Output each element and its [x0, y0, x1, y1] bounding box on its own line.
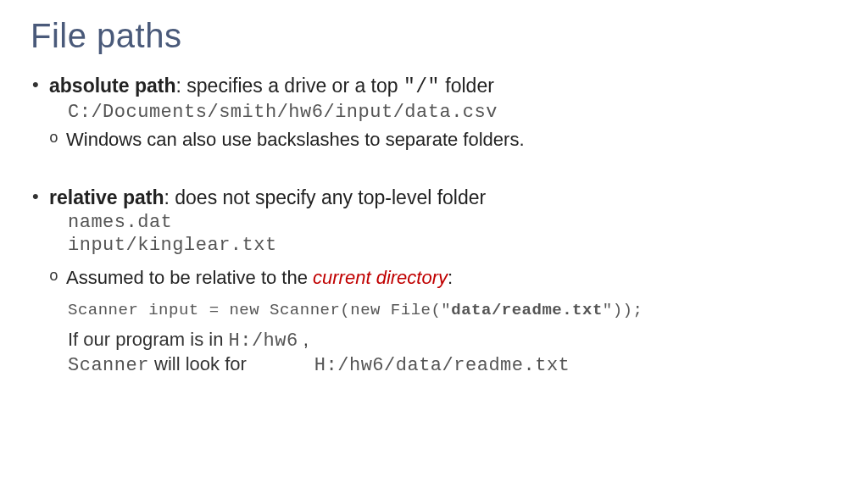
desc-text: : does not specify any top-level folder: [164, 186, 487, 208]
code-scanner-example: Scanner input = new Scanner(new File("da…: [68, 301, 837, 319]
bullet-line: absolute path: specifies a drive or a to…: [49, 74, 837, 100]
example-path-relative-2: input/kinglear.txt: [68, 235, 837, 256]
code-bold-path: data/readme.txt: [451, 301, 603, 319]
slide: File paths absolute path: specifies a dr…: [0, 0, 868, 429]
term-absolute: absolute path: [49, 75, 176, 97]
slide-title: File paths: [31, 17, 837, 55]
sub-windows-note: Windows can also use backslashes to sepa…: [49, 128, 837, 152]
bullet-absolute-path: absolute path: specifies a drive or a to…: [31, 74, 837, 152]
desc-text-b: folder: [440, 75, 494, 97]
tail-line-1: If our program is in H:/hw6 ,: [68, 328, 837, 353]
sub-text-b: :: [448, 267, 453, 288]
sub-list: Windows can also use backslashes to sepa…: [49, 128, 837, 152]
example-path-relative-1: names.dat: [68, 212, 837, 233]
tail2-code: H:/hw6/data/readme.txt: [314, 355, 570, 376]
sub-current-dir: Assumed to be relative to the current di…: [49, 266, 837, 291]
tail2-scanner: Scanner: [68, 355, 149, 376]
sub-list: Assumed to be relative to the current di…: [49, 266, 837, 291]
desc-text: : specifies a drive or a top: [176, 75, 403, 97]
tail1-code: H:/hw6: [229, 330, 298, 352]
current-directory-em: current directory: [313, 267, 448, 288]
bullet-relative-path: relative path: does not specify any top-…: [31, 186, 837, 377]
term-relative: relative path: [49, 186, 164, 208]
code-part-b: "));: [603, 301, 643, 319]
bullet-line: relative path: does not specify any top-…: [49, 186, 837, 210]
tail1-text: If our program is in: [68, 329, 229, 350]
tail2-text: will look for: [149, 353, 247, 374]
bullet-list: absolute path: specifies a drive or a to…: [31, 74, 837, 378]
sub-text-a: Assumed to be relative to the: [66, 267, 313, 288]
slash-code: "/": [403, 76, 440, 98]
tail-line-2: Scanner will look forH:/hw6/data/readme.…: [68, 352, 837, 378]
code-part-a: Scanner input = new Scanner(new File(": [68, 301, 451, 319]
example-path-absolute: C:/Documents/smith/hw6/input/data.csv: [68, 102, 837, 123]
tail1-text-b: ,: [298, 329, 309, 350]
